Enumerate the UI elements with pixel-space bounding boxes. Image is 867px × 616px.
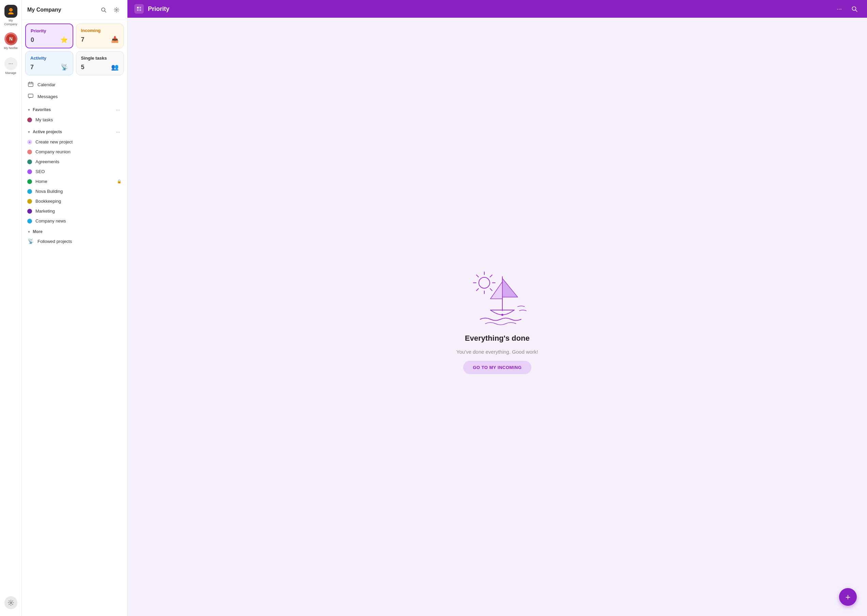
sidebar-search-button[interactable] bbox=[99, 5, 109, 15]
company-avatar bbox=[5, 5, 17, 18]
card-activity[interactable]: Activity 7 📡 bbox=[25, 51, 73, 75]
svg-rect-15 bbox=[137, 9, 139, 11]
section-more[interactable]: ▼ More bbox=[24, 226, 125, 236]
section-active-projects[interactable]: ▼ Active projects ··· bbox=[24, 125, 125, 137]
project-dot-home bbox=[27, 179, 32, 184]
card-priority-icon: ⭐ bbox=[60, 36, 68, 44]
rail-item-manage[interactable]: ··· Manage bbox=[2, 55, 20, 77]
svg-rect-16 bbox=[139, 9, 141, 11]
svg-point-30 bbox=[501, 314, 504, 316]
project-name-seo: SEO bbox=[35, 169, 122, 174]
project-name-marketing: Marketing bbox=[35, 209, 122, 214]
more-chevron: ▼ bbox=[27, 230, 31, 234]
sidebar-nav: Calendar Messages ▼ Favorites ··· My tas… bbox=[22, 77, 127, 616]
project-name-company-reunion: Company reunion bbox=[35, 149, 122, 154]
card-incoming-footer: 7 📥 bbox=[81, 36, 119, 43]
nav-item-messages[interactable]: Messages bbox=[24, 91, 125, 102]
project-item-nova-building[interactable]: Nova Building bbox=[24, 186, 125, 196]
messages-icon bbox=[27, 93, 34, 100]
svg-rect-8 bbox=[28, 82, 33, 86]
svg-rect-14 bbox=[139, 7, 141, 8]
project-dot-nova-building bbox=[27, 189, 32, 194]
project-dot-bookkeeping bbox=[27, 199, 32, 204]
project-item-company-reunion[interactable]: Company reunion bbox=[24, 147, 125, 157]
svg-text:N: N bbox=[9, 36, 12, 42]
rail-item-company[interactable]: My Company bbox=[2, 3, 20, 28]
sidebar-settings-button[interactable] bbox=[112, 5, 122, 15]
svg-line-27 bbox=[490, 275, 492, 277]
favorites-label: Favorites bbox=[33, 107, 51, 112]
my-tasks-avatar bbox=[27, 118, 32, 122]
section-favorites[interactable]: ▼ Favorites ··· bbox=[24, 102, 125, 115]
svg-rect-13 bbox=[137, 7, 139, 8]
svg-point-17 bbox=[852, 7, 856, 11]
svg-line-24 bbox=[477, 275, 478, 277]
svg-point-1 bbox=[10, 9, 12, 11]
nav-item-calendar[interactable]: Calendar bbox=[24, 79, 125, 91]
rail-item-nozbe[interactable]: N My Nozbe bbox=[2, 30, 20, 52]
project-item-agreements[interactable]: Agreements bbox=[24, 157, 125, 167]
lock-icon-home: 🔒 bbox=[117, 179, 122, 184]
card-priority-count: 0 bbox=[31, 36, 34, 44]
card-single-count: 5 bbox=[81, 64, 85, 71]
card-incoming[interactable]: Incoming 7 📥 bbox=[76, 24, 124, 49]
fab-add-button[interactable]: + bbox=[839, 588, 857, 606]
project-item-marketing[interactable]: Marketing bbox=[24, 206, 125, 216]
sidebar-header: My Company bbox=[22, 0, 127, 20]
empty-subtitle: You've done everything. Good work! bbox=[456, 349, 538, 355]
svg-rect-12 bbox=[28, 94, 33, 97]
favorites-actions: ··· bbox=[114, 106, 122, 113]
active-projects-label: Active projects bbox=[33, 129, 62, 134]
card-single-label: Single tasks bbox=[81, 55, 119, 61]
main-content: Priority ··· bbox=[127, 0, 867, 616]
nav-item-followed-projects[interactable]: 📡 Followed projects bbox=[24, 236, 125, 247]
my-tasks-label: My tasks bbox=[35, 117, 122, 122]
project-item-company-news[interactable]: Company news bbox=[24, 216, 125, 226]
card-single-footer: 5 👥 bbox=[81, 63, 119, 71]
project-dot-company-reunion bbox=[27, 149, 32, 154]
go-to-incoming-button[interactable]: GO TO MY INCOMING bbox=[463, 361, 531, 374]
favorites-more-button[interactable]: ··· bbox=[114, 106, 122, 113]
main-header-title: Priority bbox=[148, 5, 830, 13]
project-name-bookkeeping: Bookkeeping bbox=[35, 199, 122, 204]
active-projects-chevron: ▼ bbox=[27, 130, 31, 134]
card-activity-icon: 📡 bbox=[61, 63, 68, 71]
project-item-create[interactable]: + Create new project bbox=[24, 137, 125, 147]
card-single-icon: 👥 bbox=[111, 63, 119, 71]
header-search-button[interactable] bbox=[848, 3, 860, 15]
svg-line-18 bbox=[856, 10, 858, 12]
followed-projects-icon: 📡 bbox=[27, 238, 34, 244]
svg-line-6 bbox=[105, 11, 106, 12]
svg-point-4 bbox=[10, 602, 12, 604]
create-project-icon: + bbox=[27, 140, 32, 145]
project-item-my-tasks[interactable]: My tasks bbox=[24, 115, 125, 125]
card-priority[interactable]: Priority 0 ⭐ bbox=[25, 24, 73, 49]
project-item-home[interactable]: Home🔒 bbox=[24, 176, 125, 186]
manage-icon: ··· bbox=[5, 57, 17, 70]
project-name-nova-building: Nova Building bbox=[35, 189, 122, 194]
card-activity-label: Activity bbox=[30, 55, 68, 61]
active-projects-more-button[interactable]: ··· bbox=[114, 128, 122, 135]
rail-manage-label: Manage bbox=[5, 71, 16, 75]
nozbe-avatar: N bbox=[5, 32, 17, 45]
card-single-tasks[interactable]: Single tasks 5 👥 bbox=[76, 51, 124, 75]
more-label: More bbox=[33, 229, 42, 234]
project-dot-agreements bbox=[27, 159, 32, 164]
card-priority-footer: 0 ⭐ bbox=[31, 36, 68, 44]
project-list: Company reunionAgreementsSEOHome🔒Nova Bu… bbox=[24, 147, 125, 226]
main-header: Priority ··· bbox=[127, 0, 867, 18]
project-name-company-news: Company news bbox=[35, 218, 122, 223]
rail-settings-button[interactable] bbox=[5, 596, 17, 609]
card-incoming-icon: 📥 bbox=[111, 36, 119, 43]
project-dot-seo bbox=[27, 169, 32, 174]
project-item-bookkeeping[interactable]: Bookkeeping bbox=[24, 196, 125, 206]
header-menu-button[interactable]: ··· bbox=[834, 4, 845, 14]
icon-rail: My Company N My Nozbe ··· Manage bbox=[0, 0, 22, 616]
empty-title: Everything's done bbox=[465, 334, 530, 343]
empty-illustration bbox=[460, 259, 535, 328]
svg-line-25 bbox=[490, 289, 492, 291]
favorites-chevron: ▼ bbox=[27, 108, 31, 112]
create-project-label: Create new project bbox=[35, 139, 122, 145]
project-item-seo[interactable]: SEO bbox=[24, 167, 125, 176]
main-body: Everything's done You've done everything… bbox=[127, 18, 867, 616]
